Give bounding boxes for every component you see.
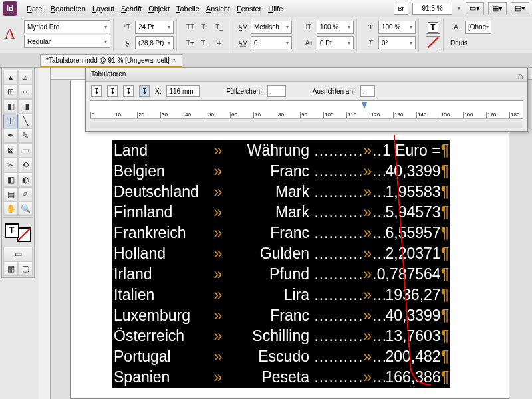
scissors-tool[interactable]: ✂ [3, 158, 18, 172]
menubar: Id DDateiatei Bearbeiten Layout Schrift … [0, 0, 532, 17]
menu-datei[interactable]: DDateiatei [24, 2, 47, 15]
baseline-shift[interactable]: 0 Pt [317, 36, 354, 49]
zoom-tool[interactable]: 🔍 [18, 201, 33, 216]
menu-objekt[interactable]: Objekt [146, 2, 172, 15]
table-row: Irland»Pfund ..........»..........0,7875… [114, 264, 449, 285]
content-placer-tool[interactable]: ◨ [18, 99, 33, 114]
document-tabbar: *Tabulatoren.indd @ 91 % [Umgewandelt]× [0, 53, 532, 68]
allcaps-icon[interactable]: TT [184, 21, 197, 34]
fill-stroke-swap[interactable] [3, 222, 33, 243]
font-style[interactable]: Regular [24, 35, 110, 48]
tracking[interactable]: 0 [251, 36, 292, 49]
menu-schrift[interactable]: Schrift [118, 2, 144, 15]
leading-icon: Ḁ [120, 36, 134, 49]
ruler-tick: 120 [370, 112, 380, 118]
note-tool[interactable]: ▤ [3, 187, 18, 201]
ruler-tick: 20 [137, 112, 144, 118]
table-row: Belgien»Franc ..........»..........40,33… [114, 161, 449, 182]
tab-panel[interactable]: Tabulatoren ∩ ↧ ↧ ↧ ↧ X: 116 mm Füllzeic… [85, 68, 528, 132]
tab-marker[interactable] [362, 102, 367, 109]
table-row: Portugal»Escudo ..........»..........200… [114, 346, 449, 367]
gap-tool[interactable]: ↔ [18, 84, 33, 99]
screen-mode-icon[interactable]: ▦▾ [488, 2, 507, 15]
ruler-tick: 110 [346, 112, 356, 118]
underline-icon[interactable]: T_ [213, 21, 226, 34]
snap-icon[interactable]: ∩ [517, 71, 523, 81]
close-icon[interactable]: × [172, 57, 176, 64]
parastyle-icon: A. [450, 21, 464, 34]
gradient-tool[interactable]: ◧ [3, 172, 18, 187]
table-row: Frankreich»Franc ..........»..........6,… [114, 223, 449, 243]
kerning-icon: A̲V [236, 21, 249, 34]
text-frame[interactable]: Land»Währung ..........»..........1 Euro… [112, 140, 450, 388]
menu-tabelle[interactable]: Tabelle [174, 2, 202, 15]
bridge-icon[interactable]: Br [394, 3, 408, 15]
mode-default[interactable]: ▭ [3, 247, 33, 261]
rectangle-tool[interactable]: ▭ [18, 143, 33, 158]
selection-tool[interactable]: ▴ [3, 70, 18, 84]
gradient-feather-tool[interactable]: ◐ [18, 172, 33, 187]
content-tool[interactable]: ◧ [3, 99, 18, 114]
vscale[interactable]: 100 % [317, 21, 354, 34]
pen-tool[interactable]: ✒ [3, 128, 18, 143]
direct-selection-tool[interactable]: ▵ [18, 70, 33, 84]
align-label: Ausrichten an: [313, 88, 355, 95]
hscale[interactable]: 100 % [378, 21, 416, 34]
frame-tool[interactable]: ⊠ [3, 143, 18, 158]
zoom-level[interactable]: 91,5 % [412, 3, 452, 15]
font-size[interactable]: 24 Pt [135, 21, 174, 34]
ruler-tick: 30 [160, 112, 168, 118]
eyedropper-tool[interactable]: ✐ [18, 187, 33, 201]
smallcaps-icon[interactable]: Tᴛ [184, 36, 197, 49]
transform-tool[interactable]: ⟲ [18, 158, 33, 172]
control-bar: A Myriad Pro Regular ᵀT24 Pt Ḁ(28,8 Pt) … [0, 17, 532, 53]
vscale-icon: IT [302, 21, 315, 34]
ruler-tick: 150 [440, 112, 450, 118]
arrange-icon[interactable]: ▤▾ [511, 2, 529, 15]
tab-ruler[interactable]: 0102030405060708090100110120130140150160… [90, 100, 523, 128]
menu-ansicht[interactable]: Ansicht [203, 2, 233, 15]
char-fill[interactable]: T [426, 21, 440, 34]
ruler-tick: 160 [463, 112, 473, 118]
page-tool[interactable]: ⊞ [3, 84, 18, 99]
font-family[interactable]: Myriad Pro [24, 20, 110, 33]
tab-center[interactable]: ↧ [107, 85, 118, 97]
menu-layout[interactable]: Layout [90, 2, 117, 15]
ruler-tick: 140 [416, 112, 426, 118]
baseline-icon: Aͣ [302, 36, 315, 49]
line-tool[interactable]: ╲ [18, 114, 33, 128]
hscale-icon: 𝐓 [364, 21, 377, 34]
x-value[interactable]: 116 mm [166, 85, 200, 97]
char-stroke[interactable] [426, 36, 440, 49]
table-row: Spanien»Peseta ..........»..........166,… [114, 367, 449, 388]
tab-left[interactable]: ↧ [91, 85, 102, 97]
para-style[interactable]: [Ohne [465, 21, 491, 34]
view-mode-normal[interactable]: ▦ [3, 261, 18, 276]
skew[interactable]: 0° [378, 36, 416, 49]
table-row: Deutschland»Mark ..........»..........1,… [114, 182, 449, 202]
subscript-icon[interactable]: T₁ [198, 36, 211, 49]
superscript-icon[interactable]: T¹ [198, 21, 211, 34]
view-mode-preview[interactable]: ▢ [18, 261, 33, 276]
leading[interactable]: (28,8 Pt) [135, 36, 174, 49]
tab-right[interactable]: ↧ [123, 85, 134, 97]
menu-hilfe[interactable]: Hilfe [265, 2, 285, 15]
hand-tool[interactable]: ✋ [3, 201, 18, 216]
table-row: Land»Währung ..........»..........1 Euro… [114, 140, 449, 161]
view-mode-icon[interactable]: ▭▾ [466, 2, 484, 15]
document-tab[interactable]: *Tabulatoren.indd @ 91 % [Umgewandelt]× [40, 54, 182, 67]
menu-fenster[interactable]: Fenster [234, 2, 264, 15]
ruler-tick: 10 [114, 112, 121, 118]
skew-icon: T [364, 36, 377, 49]
ruler-tick: 170 [486, 112, 496, 118]
type-tool[interactable]: T [3, 114, 18, 128]
fill-value[interactable]: . [267, 85, 286, 97]
pencil-tool[interactable]: ✎ [18, 128, 33, 143]
character-mode-icon[interactable]: A [3, 19, 17, 48]
align-value[interactable]: , [360, 85, 375, 97]
tab-decimal[interactable]: ↧ [139, 85, 150, 97]
strikethrough-icon[interactable]: T̶ [213, 36, 226, 49]
kerning[interactable]: Metrisch [251, 21, 292, 34]
table-row: Holland»Gulden ..........»..........2,20… [114, 243, 449, 264]
menu-bearbeiten[interactable]: Bearbeiten [48, 2, 88, 15]
